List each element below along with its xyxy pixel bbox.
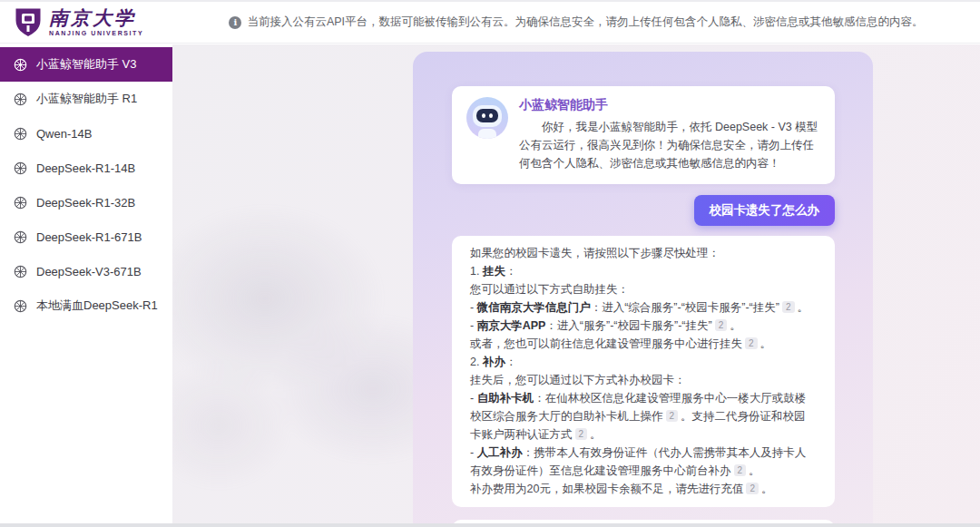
model-icon (14, 196, 27, 210)
sidebar-item-model[interactable]: 小蓝鲸智能助手 R1 (0, 82, 172, 116)
sidebar: 小蓝鲸智能助手 V3小蓝鲸智能助手 R1Qwen-14BDeepSeek-R1-… (0, 44, 172, 523)
sidebar-item-model[interactable]: DeepSeek-V3-671B (0, 254, 172, 288)
answer-text: - (470, 446, 477, 459)
sidebar-item-label: DeepSeek-R1-14B (36, 161, 135, 175)
citation-badge[interactable]: 2 (782, 301, 795, 313)
answer-line: - 自助补卡机：在仙林校区信息化建设管理服务中心一楼大厅或鼓楼校区综合服务大厅的… (470, 389, 817, 444)
answer-text: 。 (749, 464, 760, 477)
answer-text: 。 (590, 428, 602, 441)
answer-line: 1. 挂失： (470, 262, 817, 280)
answer-line: - 微信南京大学信息门户：进入“综合服务”-“校园卡服务”-“挂失”2。 (470, 298, 817, 317)
answer-bold-text: 挂失 (483, 265, 505, 278)
window-bottom-edge (0, 523, 980, 527)
answer-text: ： (505, 265, 517, 278)
sidebar-item-model[interactable]: 本地满血DeepSeek-R1 (0, 288, 172, 323)
model-icon (14, 230, 27, 244)
header-notice: i 当前接入公有云API平台，数据可能被传输到公有云。为确保信息安全，请勿上传任… (172, 15, 980, 30)
nju-logo: 南京大学 NANJING UNIVERSITY (0, 7, 172, 38)
answer-line: 挂失后，您可以通过以下方式补办校园卡： (470, 371, 817, 389)
sidebar-item-label: Qwen-14B (36, 127, 92, 141)
answer-text: - (470, 301, 477, 314)
answer-text: 1. (470, 265, 483, 278)
answer-line: 补办费用为20元，如果校园卡余额不足，请先进行充值2。 (470, 480, 817, 498)
assistant-intro-text: 你好，我是小蓝鲸智能助手，依托 DeepSeek - V3 模型公有云运行，很高… (519, 118, 820, 172)
header-notice-text: 当前接入公有云API平台，数据可能被传输到公有云。为确保信息安全，请勿上传任何包… (247, 15, 923, 30)
answer-lines: 如果您的校园卡遗失，请按照以下步骤尽快处理：1. 挂失：您可以通过以下方式自助挂… (470, 244, 817, 498)
sidebar-item-model[interactable]: DeepSeek-R1-14B (0, 151, 172, 185)
model-icon (14, 161, 27, 175)
answer-text: 您可以通过以下方式自助挂失： (470, 283, 629, 296)
answer-line: - 人工补办：携带本人有效身份证件（代办人需携带其本人及持卡人有效身份证件）至信… (470, 444, 817, 480)
assistant-avatar-icon (466, 97, 508, 139)
answer-line: - 南京大学APP：进入“服务”-“校园卡服务”-“挂失”2。 (470, 317, 817, 335)
answer-text: 。 (761, 483, 773, 495)
assistant-answer-card: 如果您的校园卡遗失，请按照以下步骤尽快处理：1. 挂失：您可以通过以下方式自助挂… (452, 236, 835, 507)
sidebar-item-label: DeepSeek-R1-671B (36, 230, 142, 244)
logo-en-text: NANJING UNIVERSITY (49, 30, 143, 36)
sidebar-item-label: 本地满血DeepSeek-R1 (36, 298, 158, 314)
citation-badge[interactable]: 2 (666, 410, 679, 422)
assistant-name: 小蓝鲸智能助手 (519, 97, 820, 113)
answer-bold-text: 南京大学APP (477, 319, 546, 332)
assistant-intro-card: 小蓝鲸智能助手 你好，我是小蓝鲸智能助手，依托 DeepSeek - V3 模型… (452, 86, 835, 184)
answer-line: 您可以通过以下方式自助挂失： (470, 280, 817, 298)
sidebar-item-label: 小蓝鲸智能助手 R1 (36, 91, 137, 107)
model-icon (14, 299, 27, 313)
model-icon (14, 93, 27, 106)
sidebar-list: 小蓝鲸智能助手 V3小蓝鲸智能助手 R1Qwen-14BDeepSeek-R1-… (0, 47, 172, 323)
answer-text: ：进入“综合服务”-“校园卡服务”-“挂失” (591, 301, 779, 314)
model-icon (14, 58, 27, 72)
model-icon (14, 265, 27, 278)
info-icon: i (229, 16, 241, 29)
answer-text: ：进入“服务”-“校园卡服务”-“挂失” (545, 319, 711, 332)
answer-line: 或者，您也可以前往信息化建设管理服务中心进行挂失2。 (470, 335, 817, 353)
app-header: 南京大学 NANJING UNIVERSITY i 当前接入公有云API平台，数… (0, 0, 980, 44)
answer-bold-text: 微信南京大学信息门户 (477, 301, 591, 314)
answer-text: 补办费用为20元，如果校园卡余额不足，请先进行充值 (470, 483, 743, 495)
citation-badge[interactable]: 2 (746, 483, 759, 494)
sidebar-item-model[interactable]: Qwen-14B (0, 116, 172, 151)
sidebar-item-label: DeepSeek-R1-32B (36, 196, 135, 210)
answer-text: 2. (470, 356, 483, 368)
citation-badge[interactable]: 2 (734, 464, 747, 476)
chat-panel: 小蓝鲸智能助手 你好，我是小蓝鲸智能助手，依托 DeepSeek - V3 模型… (413, 52, 873, 527)
sidebar-item-model[interactable]: 小蓝鲸智能助手 V3 (0, 47, 172, 82)
answer-text: - (470, 319, 477, 332)
answer-text: 挂失后，您可以通过以下方式补办校园卡： (470, 374, 686, 386)
answer-text: - (470, 392, 477, 405)
sidebar-item-model[interactable]: DeepSeek-R1-32B (0, 185, 172, 220)
answer-line: 如果您的校园卡遗失，请按照以下步骤尽快处理： (470, 244, 817, 262)
answer-text: 。 (760, 337, 772, 350)
citation-badge[interactable]: 2 (715, 319, 728, 331)
sidebar-item-label: DeepSeek-V3-671B (36, 265, 142, 278)
answer-bold-text: 补办 (483, 356, 505, 368)
citation-badge[interactable]: 2 (575, 428, 588, 440)
main-area: 小蓝鲸智能助手 你好，我是小蓝鲸智能助手，依托 DeepSeek - V3 模型… (172, 44, 980, 527)
answer-text: ： (505, 356, 517, 368)
answer-bold-text: 人工补办 (477, 446, 523, 459)
citation-badge[interactable]: 2 (745, 337, 758, 349)
answer-bold-text: 自助补卡机 (477, 392, 534, 405)
sidebar-item-model[interactable]: DeepSeek-R1-671B (0, 220, 172, 254)
sidebar-item-label: 小蓝鲸智能助手 V3 (36, 56, 137, 73)
model-icon (14, 127, 27, 141)
answer-line: 2. 补办： (470, 353, 817, 371)
answer-text: 。 (798, 301, 809, 314)
user-message-bubble: 校园卡遗失了怎么办 (694, 195, 836, 226)
answer-text: 。 (730, 319, 741, 332)
logo-cn-text: 南京大学 (49, 8, 143, 27)
answer-text: 或者，您也可以前往信息化建设管理服务中心进行挂失 (470, 337, 742, 350)
nju-shield-icon (15, 7, 42, 38)
answer-text: 如果您的校园卡遗失，请按照以下步骤尽快处理： (470, 247, 720, 259)
